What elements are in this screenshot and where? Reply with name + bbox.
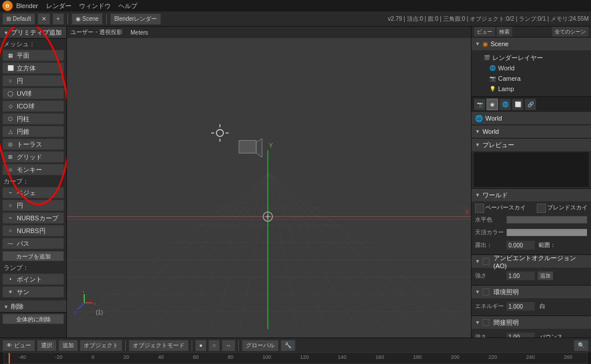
select-mode-btn[interactable]: 選択	[37, 340, 57, 351]
layout-selector[interactable]: ⊞ Default	[2, 13, 35, 25]
tree-item-world[interactable]: 🌐 World	[475, 63, 588, 73]
indirect-strength-row: 強さ 1.00 バウンス	[475, 331, 588, 337]
world-props-btn[interactable]: 🌐	[499, 99, 511, 110]
svg-line-42	[77, 303, 84, 310]
scene-tree: 🎬 レンダーレイヤー 🌐 World 📷 Camera 💡 Lamp	[472, 50, 591, 96]
mesh-cylinder-btn[interactable]: ⬡ 円柱	[2, 113, 64, 125]
ao-section: ▼ アンビエントオクルージョン(AO) 強さ 1.00 追加	[472, 255, 591, 286]
mesh-cube-btn[interactable]: ⬜ 立方体	[2, 62, 64, 74]
scene-props-btn[interactable]: ◉	[487, 99, 498, 110]
object-mode-selector[interactable]: オブジェクトモード	[129, 340, 189, 351]
snap-btn[interactable]: 🔧	[280, 340, 296, 351]
constraint-props-btn[interactable]: 🔗	[525, 99, 536, 110]
tree-item-lamp[interactable]: 💡 Lamp	[475, 84, 588, 94]
tree-item-render-layer[interactable]: 🎬 レンダーレイヤー	[475, 52, 588, 63]
timeline[interactable]: -40 -20 0 20 40 60 80 100 120 140 160 18…	[3, 352, 588, 364]
ao-title[interactable]: ▼ アンビエントオクルージョン(AO)	[472, 255, 591, 268]
lamp-point-btn[interactable]: • ポイント	[2, 273, 64, 285]
env-light-title[interactable]: ▼ 環境照明	[472, 286, 591, 298]
world-props-content: ペーパースカイ ブレンドスカイ 水平色 天頂カラー 露出： 0.000 範囲：	[472, 201, 591, 254]
delete-all-btn[interactable]: 全体的に削除	[2, 314, 64, 324]
layout-icon: ⊞	[6, 16, 11, 22]
zenith-row: 天頂カラー	[475, 227, 588, 238]
header-toolbar: ⊞ Default ✕ + ◉ Scene Blenderレンダー v2.79 …	[0, 12, 591, 27]
view-mode-btn[interactable]: 👁 ビュー	[2, 340, 35, 351]
object-mode-btn[interactable]: オブジェクト	[80, 340, 122, 351]
mesh-icosphere-btn[interactable]: ◇ ICO球	[2, 100, 64, 112]
mesh-monkey-btn[interactable]: ☺ モンキー	[2, 164, 64, 175]
cone-icon: △	[6, 127, 14, 136]
renderer-selector[interactable]: Blenderレンダー	[110, 13, 161, 25]
mesh-torus-btn[interactable]: ◎ トーラス	[2, 138, 64, 150]
exposure-row: 露出： 0.000 範囲：	[475, 239, 588, 251]
timeline-cursor	[9, 353, 10, 363]
mesh-grid-btn[interactable]: ⊞ グリッド	[2, 151, 64, 163]
scene-title[interactable]: ▼ ◉ Scene	[472, 37, 591, 50]
primitives-section-title[interactable]: ▼ プリミティブ追加	[0, 27, 66, 39]
world-props-title[interactable]: ▼ ワールド	[472, 189, 591, 201]
env-color-label: 白	[540, 302, 545, 310]
render-props-btn[interactable]: 📷	[474, 99, 485, 110]
mesh-circle-btn[interactable]: ○ 円	[2, 75, 64, 87]
sky-options-row: ペーパースカイ ブレンドスカイ	[475, 204, 588, 213]
shading-btn[interactable]: ●	[195, 340, 207, 351]
lamp-sun-btn[interactable]: ☀ サン	[2, 286, 64, 298]
object-props-btn[interactable]: ⬜	[512, 99, 523, 110]
blend-sky-checkbox[interactable]	[537, 204, 546, 213]
path-btn[interactable]: — パス	[2, 238, 64, 249]
tree-item-camera[interactable]: 📷 Camera	[475, 73, 588, 84]
world-section-title[interactable]: ▼ World	[472, 125, 591, 138]
env-light-section: ▼ 環境照明 エネルギー 1.000 白	[472, 286, 591, 316]
delete-container: 全体的に削除	[2, 314, 64, 324]
menu-help[interactable]: ヘルプ	[115, 0, 141, 12]
curve-add-btn[interactable]: カーブを追加	[2, 251, 64, 261]
close-layout-btn[interactable]: ✕	[38, 13, 50, 25]
menu-window[interactable]: ウィンドウ	[76, 0, 114, 12]
delete-section-title[interactable]: ▼ 削除	[0, 301, 66, 313]
ao-checkbox[interactable]	[482, 258, 489, 265]
bottom-toolbar: 👁 ビュー 選択 追加 オブジェクト オブジェクトモード ● ○ ↔ グローバル…	[0, 337, 591, 352]
timeline-marker-7: 100	[263, 354, 271, 360]
shading-wire-btn[interactable]: ○	[208, 340, 220, 351]
transform-btn[interactable]: ↔	[222, 340, 235, 351]
camera-icon: 📷	[489, 75, 496, 82]
all-scenes-btn[interactable]: 全てのシーン	[552, 27, 589, 37]
uvsphere-icon: ◯	[6, 89, 14, 97]
add-layout-btn[interactable]: +	[53, 13, 64, 25]
nurbs-curve-btn[interactable]: ~ NURBSカーブ	[2, 212, 64, 224]
paper-sky-checkbox[interactable]	[475, 204, 484, 213]
mesh-cone-btn[interactable]: △ 円錐	[2, 126, 64, 137]
preview-title[interactable]: ▼ プレビュー	[472, 138, 591, 151]
scene-selector[interactable]: ◉ Scene	[72, 13, 103, 25]
sun-lamp-icon: ☀	[6, 288, 14, 296]
preview-section: ▼ プレビュー	[472, 138, 591, 189]
env-energy-value[interactable]: 1.000	[506, 302, 535, 311]
global-btn[interactable]: グローバル	[242, 340, 279, 351]
ao-strength-value[interactable]: 1.00	[506, 271, 535, 280]
right-view-btn[interactable]: ビュー	[474, 27, 495, 37]
menu-render[interactable]: レンダー	[43, 0, 75, 12]
exposure-value[interactable]: 0.000	[506, 241, 535, 250]
zenith-color-swatch[interactable]	[506, 228, 588, 237]
main-layout: ▼ プリミティブ追加 メッシュ： ▦ 平面 ⬜ 立方体 ○ 円 ◯ UV球 ◇ …	[0, 27, 591, 337]
add-mode-btn[interactable]: 追加	[58, 340, 78, 351]
nurbs-circle-btn[interactable]: ○ NURBS円	[2, 225, 64, 237]
viewport[interactable]: ユーザー・透視投影 Meters	[67, 27, 471, 337]
right-search-btn[interactable]: 検索	[496, 27, 513, 37]
svg-text:Y: Y	[269, 142, 273, 149]
env-checkbox[interactable]	[482, 288, 489, 295]
indirect-strength-value[interactable]: 1.00	[506, 332, 535, 337]
env-arrow-icon: ▼	[475, 289, 480, 295]
viewport-canvas[interactable]: X Y X Y Z (1)	[67, 38, 471, 337]
curve-bezier-btn[interactable]: ~ ベジェ	[2, 187, 64, 198]
indirect-checkbox[interactable]	[482, 319, 489, 326]
mesh-plane-btn[interactable]: ▦ 平面	[2, 50, 64, 61]
ao-add-btn[interactable]: 追加	[537, 271, 553, 280]
mesh-uvsphere-btn[interactable]: ◯ UV球	[2, 88, 64, 99]
indirect-light-title[interactable]: ▼ 間接照明	[472, 316, 591, 329]
timeline-marker-6: 80	[228, 354, 234, 360]
timeline-marker-1: -20	[55, 354, 62, 360]
curve-circle-btn[interactable]: ○ 円	[2, 200, 64, 211]
horizon-color-swatch[interactable]	[506, 216, 588, 224]
zoom-btn[interactable]: 🔍	[574, 340, 589, 351]
